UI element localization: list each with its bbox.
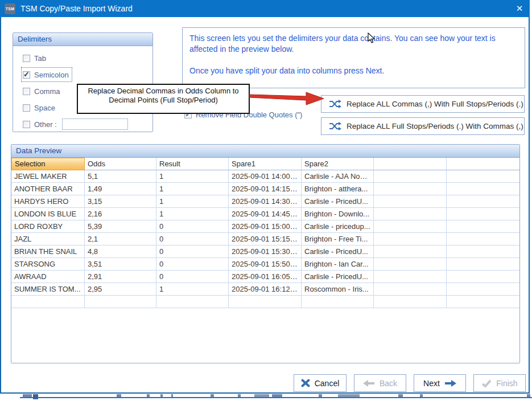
- replace-commas-label: Replace ALL Commas (,) With Full Stops/P…: [347, 100, 523, 108]
- table-cell: Brighton - atthera...: [302, 183, 374, 195]
- next-label: Next: [423, 379, 440, 388]
- table-cell: 2,91: [85, 271, 156, 283]
- column-header-empty[interactable]: [374, 158, 447, 170]
- table-cell: 5,39: [85, 220, 156, 233]
- column-header-spare2[interactable]: Spare2: [302, 158, 374, 170]
- table-row: [11, 296, 519, 308]
- table-row: JEWEL MAKER5,112025-09-01 14:00:00Carlis…: [11, 170, 519, 183]
- screenshot-canvas: TSM TSM Copy/Paste Import Wizard ✕ Delim…: [0, 0, 532, 401]
- other-checkbox: [23, 121, 30, 128]
- cancel-button[interactable]: Cancel: [294, 374, 347, 392]
- table-cell: [447, 258, 519, 271]
- preview-header-row: SelectionOddsResultSpare1Spare2: [11, 158, 519, 170]
- table-cell: [447, 170, 519, 183]
- swap-icon: [329, 100, 341, 108]
- table-cell: [374, 283, 447, 296]
- table-cell: 2,16: [85, 208, 156, 220]
- table-cell: 2025-09-01 15:15:00: [229, 233, 302, 245]
- replace-commas-with-periods-button[interactable]: Replace ALL Commas (,) With Full Stops/P…: [321, 95, 525, 113]
- table-cell: 2,95: [85, 283, 156, 296]
- table-cell: 5,1: [85, 170, 156, 183]
- table-cell: Brighton - Downlo...: [302, 208, 374, 220]
- table-cell: Carlisle - PricedU...: [302, 195, 374, 208]
- finish-button[interactable]: Finish: [473, 374, 526, 392]
- table-cell: 0: [156, 245, 229, 258]
- semicolon-label: Semicolon: [34, 71, 69, 79]
- delimiters-header: Delimiters: [13, 33, 152, 46]
- table-cell: [85, 296, 156, 308]
- delimiter-option-tab[interactable]: Tab: [22, 51, 49, 65]
- delimiter-option-space[interactable]: Space: [22, 101, 58, 114]
- delimiter-option-other[interactable]: Other :: [22, 117, 131, 131]
- table-cell: 1: [156, 283, 229, 296]
- finish-check-icon: [481, 379, 492, 387]
- titlebar[interactable]: TSM TSM Copy/Paste Import Wizard ✕: [0, 0, 530, 17]
- table-cell: 2025-09-01 16:05:00: [229, 271, 302, 283]
- table-cell: ANOTHER BAAR: [11, 183, 85, 195]
- annotation-callout: Replace Decimal Commas in Odds Column to…: [77, 84, 250, 114]
- table-cell: 0: [156, 258, 229, 271]
- table-cell: [302, 296, 374, 308]
- table-cell: 2025-09-01 14:45:00: [229, 208, 302, 220]
- table-cell: 2025-09-01 15:30:00: [229, 245, 302, 258]
- annotation-text: Replace Decimal Commas in Odds Column to…: [84, 87, 243, 105]
- annotation-arrow-icon: [249, 90, 324, 106]
- table-cell: [374, 170, 447, 183]
- table-cell: [374, 233, 447, 245]
- space-checkbox: [23, 104, 30, 112]
- table-cell: STARSONG: [11, 258, 85, 271]
- next-arrow-icon: [444, 379, 456, 387]
- table-cell: 0: [156, 220, 229, 233]
- table-row: HARDYS HERO3,1512025-09-01 14:30:00Carli…: [11, 195, 519, 208]
- cancel-label: Cancel: [315, 379, 340, 388]
- wizard-dialog: TSM TSM Copy/Paste Import Wizard ✕ Delim…: [0, 0, 530, 394]
- back-arrow-icon: [363, 379, 375, 387]
- mouse-cursor: [368, 32, 376, 44]
- table-cell: [447, 195, 519, 208]
- tab-checkbox: [23, 55, 30, 62]
- table-cell: [374, 220, 447, 233]
- replace-periods-with-commas-button[interactable]: Replace ALL Full Stops/Periods (.) With …: [321, 117, 525, 135]
- back-button[interactable]: Back: [354, 374, 406, 392]
- table-cell: 1: [156, 208, 229, 220]
- table-cell: BRIAN THE SNAIL: [11, 245, 85, 258]
- semicolon-checkbox: [23, 71, 30, 79]
- close-button[interactable]: ✕: [509, 0, 530, 17]
- table-cell: 2025-09-01 15:50:00: [229, 258, 302, 271]
- table-row: ANOTHER BAAR1,4912025-09-01 14:15:00Brig…: [11, 183, 519, 195]
- column-header-spare1[interactable]: Spare1: [229, 158, 302, 170]
- table-cell: 3,15: [85, 195, 156, 208]
- app-icon: TSM: [5, 3, 15, 14]
- column-header-empty[interactable]: [447, 158, 519, 170]
- space-label: Space: [34, 104, 55, 112]
- table-row: BRIAN THE SNAIL4,802025-09-01 15:30:00Ca…: [11, 245, 519, 258]
- table-row: LONDON IS BLUE2,1612025-09-01 14:45:00Br…: [11, 208, 519, 220]
- table-cell: [447, 283, 519, 296]
- comma-checkbox: [23, 88, 30, 95]
- table-cell: Brighton - Ian Car...: [302, 258, 374, 271]
- column-header-odds[interactable]: Odds: [85, 158, 156, 170]
- table-cell: [11, 296, 85, 308]
- column-header-selection[interactable]: Selection: [11, 158, 85, 170]
- table-cell: [374, 296, 447, 308]
- table-cell: [374, 183, 447, 195]
- back-label: Back: [380, 379, 397, 388]
- table-cell: 2025-09-01 14:15:00: [229, 183, 302, 195]
- table-cell: LORD ROXBY: [11, 220, 85, 233]
- table-cell: 4,8: [85, 245, 156, 258]
- table-cell: 0: [156, 233, 229, 245]
- table-cell: Carlisle - pricedup...: [302, 220, 374, 233]
- finish-label: Finish: [496, 379, 517, 388]
- column-header-result[interactable]: Result: [156, 158, 229, 170]
- table-cell: [374, 271, 447, 283]
- table-cell: 2025-09-01 14:30:00: [229, 195, 302, 208]
- table-cell: Carlisle - PricedU...: [302, 271, 374, 283]
- table-cell: [447, 245, 519, 258]
- delimiter-option-semicolon[interactable]: Semicolon: [22, 68, 72, 81]
- next-button[interactable]: Next: [414, 374, 466, 392]
- table-cell: 2025-09-01 15:00:00: [229, 220, 302, 233]
- table-cell: JEWEL MAKER: [11, 170, 85, 183]
- other-delimiter-input[interactable]: [62, 118, 128, 130]
- delimiter-option-comma[interactable]: Comma: [22, 84, 63, 98]
- table-cell: 2025-09-01 16:12:00: [229, 283, 302, 296]
